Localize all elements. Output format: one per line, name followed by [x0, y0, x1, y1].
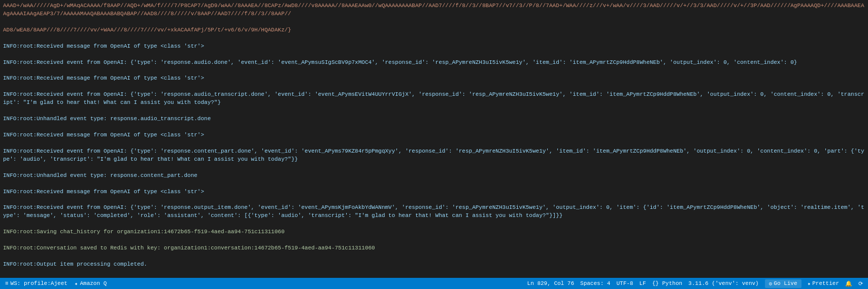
position-label: Ln 829, Col 76: [527, 280, 574, 286]
log-line: INFO:root:Received event from OpenAI: {'…: [3, 148, 865, 164]
amazon-q[interactable]: ✦ Amazon Q: [75, 280, 107, 287]
prettier-button[interactable]: ✦ Prettier: [808, 280, 839, 287]
log-line: INFO:root:Conversation saved to Redis wi…: [3, 244, 865, 252]
log-line: INFO:root:Saving chat_history for organi…: [3, 228, 865, 236]
eol-indicator[interactable]: LF: [639, 280, 646, 286]
go-live-icon: ⊙: [769, 280, 773, 287]
sync-icon: ⟳: [858, 280, 863, 287]
log-line: INFO:root:Received message from OpenAI o…: [3, 75, 865, 83]
ws-profile-label: WS: profile:Ajeet: [11, 280, 68, 286]
ws-profile[interactable]: ≡ WS: profile:Ajeet: [5, 280, 68, 286]
log-line: INFO:root:Received event from OpenAI: {'…: [3, 59, 865, 67]
log-line: INFO:root:Received message from OpenAI o…: [3, 43, 865, 51]
ws-icon: ≡: [5, 280, 9, 286]
language-indicator[interactable]: {} Python: [652, 280, 682, 286]
go-live-label: Go Live: [774, 280, 797, 286]
amazonq-label: Amazon Q: [80, 280, 107, 286]
log-line: INFO:root:Unhandled event type: response…: [3, 172, 865, 180]
log-line: INFO:root:Received message from OpenAI o…: [3, 188, 865, 196]
eol-label: LF: [639, 280, 646, 286]
prettier-label: Prettier: [812, 280, 839, 286]
status-left: ≡ WS: profile:Ajeet ✦ Amazon Q: [5, 280, 527, 287]
spaces-indicator[interactable]: Spaces: 4: [580, 280, 610, 286]
log-line: INFO:root:Received event from OpenAI: {'…: [3, 204, 865, 220]
log-line: AAAD+/wAA/////AgD+/wMAqACAAAA/f8AAP//AQD…: [3, 2, 865, 18]
status-bar: ≡ WS: profile:Ajeet ✦ Amazon Q Ln 829, C…: [0, 278, 868, 289]
amazonq-icon: ✦: [75, 280, 78, 287]
python-version[interactable]: 3.11.6 ('venv': venv): [688, 280, 759, 286]
version-label: 3.11.6 ('venv': venv): [688, 280, 759, 286]
bell-icon: 🔔: [845, 280, 852, 287]
prettier-icon: ✦: [808, 280, 811, 287]
spaces-label: Spaces: 4: [580, 280, 610, 286]
encoding-label: UTF-8: [616, 280, 633, 286]
log-line: INFO:root:Unhandled event type: response…: [3, 115, 865, 123]
position-indicator[interactable]: Ln 829, Col 76: [527, 280, 574, 286]
log-line: INFO:root:Received message from OpenAI o…: [3, 131, 865, 139]
go-live-button[interactable]: ⊙ Go Live: [765, 279, 802, 288]
terminal-output: AAAD+/wAA/////AgD+/wMAqACAAAA/f8AAP//AQD…: [0, 0, 868, 278]
log-line: INFO:root:Received event from OpenAI: {'…: [3, 91, 865, 107]
language-label: {} Python: [652, 280, 682, 286]
notifications[interactable]: 🔔: [845, 280, 852, 287]
status-right: Ln 829, Col 76 Spaces: 4 UTF-8 LF {} Pyt…: [527, 279, 863, 288]
encoding-indicator[interactable]: UTF-8: [616, 280, 633, 286]
sync-button[interactable]: ⟳: [858, 280, 863, 287]
log-line: AD8/wEA8/8AAP///8////7////vv/+WAA///8///…: [3, 26, 865, 34]
log-line: INFO:root:Output item processing complet…: [3, 261, 865, 269]
